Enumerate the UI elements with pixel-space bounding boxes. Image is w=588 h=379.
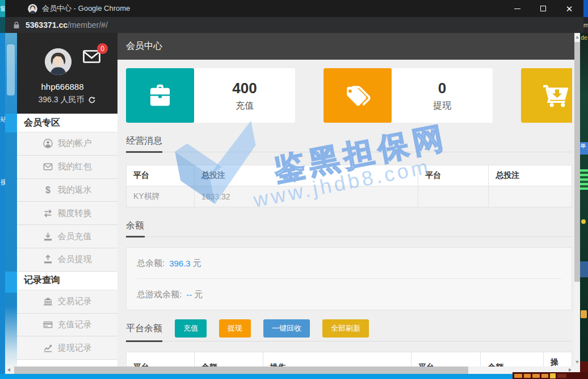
sidebar-item-my-rebate[interactable]: $我的返水 [17, 179, 117, 202]
svg-text:$: $ [45, 185, 51, 195]
section-title-balance: 余额 [126, 220, 572, 237]
user-balance-text: 396.3 人民币 [39, 95, 85, 105]
balance-value: -- [186, 290, 192, 299]
background-window-fragment: 窗 [0, 0, 5, 17]
card-value: 0 [438, 80, 446, 97]
sidebar-item-transaction-records[interactable]: 交易记录 [17, 290, 117, 314]
page-background-strip: de 单 [580, 33, 588, 379]
background-window-fragment: 站 接 [0, 33, 5, 374]
sidebar-item-quota-transfer[interactable]: 额度转换 [17, 202, 117, 225]
chart-icon [43, 343, 53, 353]
balance-row: 总游戏余额:--元 [137, 279, 561, 310]
column-header: 余额 [194, 352, 263, 367]
stat-cards: 400充值0提现 [126, 68, 572, 123]
horizontal-scrollbar[interactable] [5, 366, 574, 374]
column-header: 平台 [127, 352, 195, 367]
card-value: 400 [232, 80, 257, 97]
close-button[interactable]: ✕ [556, 0, 582, 17]
maximize-button[interactable] [530, 0, 556, 17]
column-header: 总投注 [489, 165, 572, 186]
sidebar-item-withdraw-records[interactable]: 提现记录 [17, 336, 117, 360]
vertical-scrollbar-thumb[interactable] [574, 42, 580, 282]
balance-row: 总余额:396.3元 [137, 248, 561, 278]
cart-download-icon [521, 68, 572, 123]
transfer-icon [43, 209, 53, 218]
lock-icon [13, 21, 20, 29]
sidebar-item-label: 我的红包 [58, 161, 92, 172]
column-header: 余额 [481, 352, 544, 367]
page-title: 会员中心 [126, 40, 162, 52]
sidebar-item-label: 额度转换 [58, 208, 92, 219]
sidebar-item-member-deposit[interactable]: 会员充值 [17, 225, 117, 248]
sidebar-menu: 会员专区我的帐户我的红包$我的返水额度转换会员充值会员提现记录查询交易记录充值记… [17, 114, 117, 360]
card-body: 0提现 [392, 68, 493, 123]
scroll-down-icon[interactable] [576, 361, 579, 364]
balance-panel: 总余额:396.3元总游戏余额:--元 [126, 247, 572, 310]
one-key-recycle-button[interactable]: 一键回收 [263, 319, 310, 338]
column-header: 平台 [418, 165, 489, 186]
dollar-icon: $ [43, 185, 53, 195]
window-titlebar: 会员中心 - Google Chrome ✕ [0, 0, 588, 17]
withdraw-button[interactable]: 提现 [219, 319, 251, 338]
sidebar-item-my-account[interactable]: 我的帐户 [17, 132, 117, 156]
background-window-fragment [0, 17, 5, 33]
balance-unit: 元 [193, 258, 201, 269]
balance-unit: 元 [194, 289, 203, 300]
avatar[interactable] [45, 48, 72, 75]
business-table: 平台总投注平台总投注KY棋牌1833.32 [126, 165, 572, 207]
column-header: 操作 [263, 352, 411, 367]
briefcase-icon [126, 68, 194, 123]
platform-table: 平台余额操作平台余额操作 [126, 352, 572, 366]
refresh-all-button[interactable]: 全部刷新 [322, 319, 369, 338]
vertical-scrollbar[interactable] [574, 33, 580, 366]
scroll-up-icon[interactable] [576, 36, 579, 39]
recharge-button[interactable]: 充值 [175, 319, 207, 338]
cart-card [521, 68, 572, 123]
sidebar-item-member-withdraw[interactable]: 会员提现 [17, 248, 117, 272]
card-label: 提现 [433, 100, 451, 112]
table-row: KY棋牌1833.32 [127, 186, 572, 207]
background-window-fragment [0, 374, 588, 379]
deposit-icon [43, 232, 53, 241]
maximize-icon [540, 6, 546, 11]
table-cell [489, 186, 572, 207]
balance-label: 总余额: [137, 258, 165, 269]
tags-icon [324, 68, 392, 123]
sidebar-item-label: 会员充值 [58, 231, 92, 242]
address-bar[interactable]: 5363371.cc/member/#/ [0, 17, 588, 33]
balance-label: 总游戏余额: [137, 289, 182, 300]
card-icon [43, 320, 53, 330]
sidebar: 0 hhp666888 396.3 人民币 会员专区我的帐户我的红包$我的返水额… [17, 33, 117, 366]
message-count-badge: 0 [97, 43, 108, 54]
url-path: /member/#/ [68, 20, 108, 30]
background-window-fragment [583, 0, 588, 17]
minimize-button[interactable] [504, 0, 530, 17]
bank-icon [43, 297, 53, 306]
background-window-fragment: m [583, 17, 588, 33]
user-icon [43, 139, 53, 148]
sidebar-item-my-red-packet[interactable]: 我的红包 [17, 156, 117, 179]
scroll-left-icon[interactable] [7, 368, 10, 372]
main-content: 会员中心 400充值0提现 经营消息 平台总投注平台总投注KY棋牌1833.32… [117, 33, 574, 366]
sidebar-section-member-zone: 会员专区 [17, 114, 117, 132]
column-header: 操作 [543, 352, 572, 367]
sidebar-item-deposit-records[interactable]: 充值记录 [17, 314, 117, 337]
refresh-balance-icon[interactable] [88, 96, 96, 104]
sidebar-item-label: 我的返水 [58, 185, 92, 195]
minimize-icon [514, 9, 520, 9]
scroll-right-icon[interactable] [569, 368, 572, 372]
window-controls: ✕ [504, 0, 582, 17]
horizontal-scrollbar-thumb[interactable] [14, 366, 468, 374]
column-header: 平台 [411, 352, 481, 367]
section-title-platform: 平台余额 充值提现一键回收全部刷新 [126, 319, 572, 341]
user-panel: 0 hhp666888 396.3 人民币 [17, 33, 117, 114]
withdraw-card: 0提现 [324, 68, 493, 123]
background-widget-fragment [513, 372, 588, 379]
card-label: 充值 [236, 100, 254, 112]
envelope-icon [43, 162, 53, 172]
withdraw-icon [43, 255, 53, 264]
browser-window: 会员中心 - Google Chrome ✕ 5363371.cc/member… [0, 0, 588, 379]
table-cell [418, 186, 489, 207]
card-body: 400充值 [194, 68, 295, 123]
table-cell: KY棋牌 [127, 186, 195, 207]
